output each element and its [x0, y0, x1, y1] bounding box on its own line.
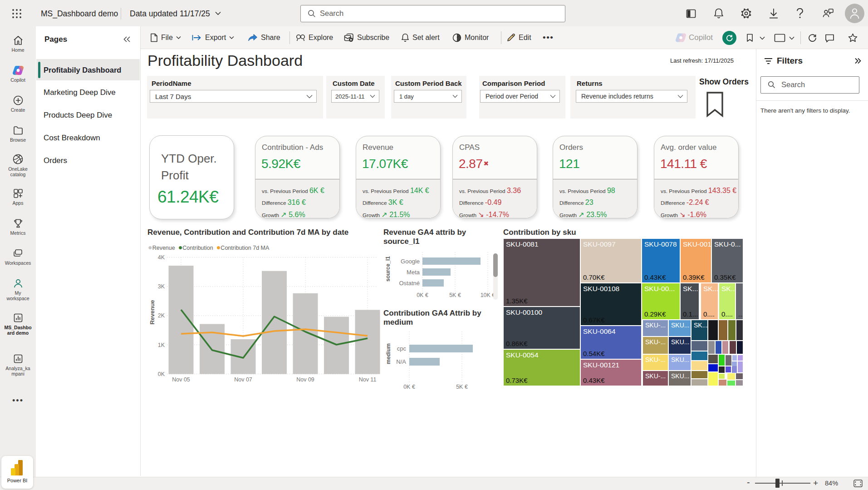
svg-text:5K €: 5K €	[456, 384, 468, 390]
svg-text:1K: 1K	[158, 342, 165, 348]
svg-text:Nov 11: Nov 11	[359, 376, 377, 383]
svg-text:Nov 07: Nov 07	[234, 376, 252, 383]
svg-text:Nov 09: Nov 09	[296, 376, 314, 383]
svg-text:10K €: 10K €	[481, 292, 495, 298]
svg-text:3K: 3K	[158, 283, 165, 290]
svg-text:Google: Google	[401, 258, 420, 265]
svg-text:0K: 0K	[158, 371, 165, 377]
svg-text:4K: 4K	[158, 254, 165, 261]
svg-text:Nov 05: Nov 05	[172, 376, 190, 383]
svg-text:5K €: 5K €	[449, 292, 461, 298]
svg-text:Meta: Meta	[407, 269, 420, 276]
svg-text:0K €: 0K €	[403, 384, 415, 390]
svg-text:0K €: 0K €	[417, 292, 428, 298]
svg-text:2K: 2K	[158, 312, 165, 319]
svg-text:cpc: cpc	[397, 345, 407, 352]
svg-text:Ostatné: Ostatné	[399, 280, 420, 287]
svg-text:N/A: N/A	[396, 358, 406, 365]
